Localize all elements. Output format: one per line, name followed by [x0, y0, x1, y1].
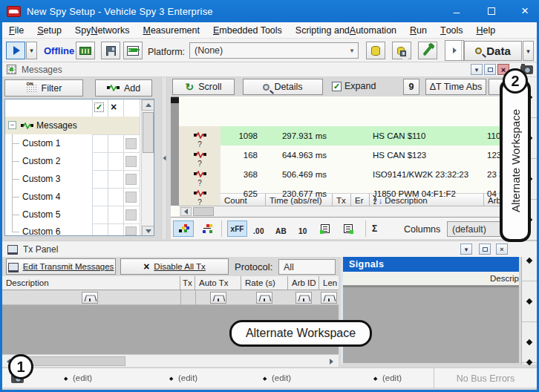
filter-button[interactable]: Filter — [4, 79, 83, 97]
menu-scripting-automation[interactable]: Scripting and Automation — [289, 22, 403, 38]
details-magnifier-icon — [263, 84, 270, 91]
menu-embedded-tools[interactable]: Embedded Tools — [206, 22, 289, 38]
word-decode-icon[interactable] — [321, 224, 330, 233]
signals-close-button[interactable]: × — [496, 244, 508, 255]
scroll-right-button[interactable] — [326, 356, 336, 366]
signals-column-header[interactable]: Description — [343, 272, 519, 286]
uncheck-all-button[interactable]: × — [111, 101, 117, 113]
tree-item-custom6[interactable]: Custom 6 — [22, 226, 60, 236]
tx-col-tx[interactable]: Tx — [180, 276, 195, 290]
status-edit-3[interactable]: (edit) — [272, 373, 291, 382]
scroll-button[interactable]: ↻ Scroll — [172, 79, 235, 95]
save-button[interactable] — [101, 42, 120, 59]
menu-run[interactable]: Run — [403, 22, 434, 38]
tx-col-len[interactable]: Len — [319, 276, 339, 290]
maximize-button[interactable] — [479, 0, 504, 22]
hscrollbar-thumb[interactable] — [193, 207, 214, 216]
tx-hscrollbar[interactable] — [2, 354, 339, 367]
vscrollbar-thumb[interactable] — [171, 97, 179, 103]
check-all-button[interactable]: ✓ — [94, 102, 104, 112]
tree-item-custom3[interactable]: Custom 3 — [22, 174, 60, 184]
annotation-step-1: 1 — [8, 354, 33, 379]
filter-funnel-button[interactable] — [256, 292, 272, 304]
hscrollbar-thumb[interactable] — [27, 356, 125, 366]
data-button[interactable]: Data — [464, 41, 522, 61]
tree-item-custom4[interactable]: Custom 4 — [22, 192, 60, 202]
tx-col-rate[interactable]: Rate (s) — [241, 276, 288, 290]
filter-funnel-button[interactable] — [321, 292, 337, 304]
time-abs-button[interactable]: ΔT Time Abs — [425, 79, 486, 95]
diamond-bullet: ◆ — [64, 376, 68, 382]
tx-col-arb-id[interactable]: Arb ID — [288, 276, 319, 290]
details-button[interactable]: Details — [243, 79, 323, 95]
scroll-down-button[interactable] — [142, 226, 154, 236]
tx-col-auto-tx[interactable]: Auto Tx — [195, 276, 241, 290]
platform-setup-button[interactable] — [123, 42, 143, 59]
message-hscrollbar[interactable] — [179, 206, 520, 217]
add-button[interactable]: Add — [95, 79, 152, 97]
graph-view-button[interactable] — [173, 220, 194, 237]
message-vscrollbar[interactable] — [171, 97, 179, 206]
platform-select[interactable]: (None) ▾ — [189, 42, 359, 59]
menu-spy-networks[interactable]: Spy Networks — [68, 22, 137, 38]
menu-help[interactable]: Help — [470, 22, 503, 38]
connection-status: Offline — [44, 45, 74, 56]
restore-icon — [483, 247, 488, 252]
base-nine-button[interactable]: 9 — [403, 79, 419, 95]
save-data-button[interactable] — [392, 42, 411, 59]
tree-root-label[interactable]: Messages — [36, 120, 77, 131]
search-data-icon — [475, 48, 482, 54]
menu-file[interactable]: File — [2, 22, 30, 38]
tools-wrench-button[interactable] — [418, 42, 437, 59]
menu-tools[interactable]: Tools — [434, 22, 470, 38]
minimize-button[interactable]: – — [444, 0, 469, 22]
menu-measurement[interactable]: Measurement — [137, 22, 206, 38]
tree-view-button[interactable] — [197, 220, 218, 237]
disable-all-tx-button[interactable]: × Disable All Tx — [120, 258, 229, 275]
sum-button[interactable]: Σ — [372, 223, 377, 234]
filter-funnel-button[interactable] — [82, 292, 98, 304]
filter-funnel-button[interactable] — [295, 292, 312, 304]
status-edit-4[interactable]: (edit) — [382, 373, 402, 382]
status-edit-2[interactable]: (edit) — [178, 373, 197, 382]
pane-dropdown-button[interactable]: ▾ — [471, 64, 483, 75]
database-button[interactable] — [366, 42, 385, 59]
floppy-small-icon — [400, 50, 406, 56]
tree-collapse-toggle[interactable]: − — [8, 121, 16, 129]
message-type-icon: ? — [192, 128, 207, 147]
filter-funnel-button[interactable] — [210, 292, 226, 304]
scroll-up-button[interactable] — [142, 99, 154, 111]
app-logo-icon — [7, 6, 21, 17]
run-play-button[interactable] — [6, 42, 25, 59]
tree-item-custom1[interactable]: Custom 1 — [22, 138, 60, 148]
tree-item-custom5[interactable]: Custom 5 — [22, 209, 60, 220]
tree-cell-box — [125, 209, 137, 220]
tx-col-description[interactable]: Description — [2, 276, 180, 290]
status-edit-1[interactable]: (edit) — [73, 373, 92, 382]
protocol-select[interactable]: All — [278, 259, 336, 275]
signals-dropdown-button[interactable]: ▾ — [460, 244, 472, 255]
scrollbar-thumb[interactable] — [143, 112, 154, 153]
hex-format-button[interactable]: xFF — [227, 220, 247, 237]
binary-format-button[interactable]: 10 — [298, 227, 307, 235]
pane-restore-button[interactable] — [484, 64, 496, 75]
tree-item-custom2[interactable]: Custom 2 — [22, 156, 60, 166]
run-options-dropdown[interactable]: ▾ — [26, 42, 37, 59]
menu-setup[interactable]: Setup — [30, 22, 68, 38]
diamond-bullet: ◆ — [373, 376, 377, 382]
ascii-format-button[interactable]: AB — [275, 227, 287, 235]
decimal-format-button[interactable]: .00 — [253, 227, 264, 235]
data-dropdown[interactable]: ▾ — [523, 41, 534, 61]
annotation-side-callout: Alternate Workspace — [500, 79, 531, 242]
panel-splitter[interactable] — [161, 77, 167, 239]
expand-checkbox[interactable]: ✓ Expand — [332, 81, 376, 91]
word-encode-icon[interactable] — [344, 224, 353, 233]
close-button[interactable]: × — [512, 0, 538, 22]
signals-restore-button[interactable] — [479, 244, 491, 255]
scroll-left-button[interactable] — [180, 207, 192, 216]
edit-transmit-button[interactable]: Edit Transmit Messages — [6, 258, 116, 275]
tree-scrollbar[interactable] — [141, 99, 154, 236]
colored-tree-icon — [202, 224, 213, 234]
diamond-bullet: ◆ — [263, 376, 267, 382]
hardware-button[interactable] — [76, 42, 95, 59]
